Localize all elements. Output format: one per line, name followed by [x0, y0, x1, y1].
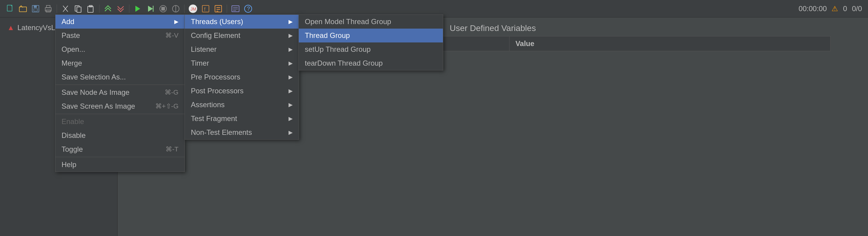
svg-rect-4 — [34, 9, 37, 11]
func-helper-button[interactable]: f — [200, 3, 211, 14]
ctx-item-save-node-image[interactable]: Save Node As Image ⌘-G — [56, 86, 185, 99]
expand-button[interactable] — [102, 3, 113, 14]
svg-rect-29 — [232, 6, 239, 12]
ctx-add-arrow: ▶ — [174, 19, 179, 25]
ctx-add-postprocessors-label: Post Processors — [191, 87, 244, 95]
col-value-header: Value — [509, 36, 830, 51]
ctx-save-screen-shortcut: ⌘+⇧-G — [155, 102, 179, 110]
toolbar-sep-4 — [184, 4, 185, 13]
ctx-add-assertions-label: Assertions — [191, 101, 225, 109]
ctx-add-test-fragment[interactable]: Test Fragment ▶ — [185, 112, 299, 126]
svg-rect-11 — [77, 7, 81, 12]
svg-rect-18 — [161, 7, 165, 10]
svg-rect-23 — [202, 5, 209, 12]
svg-text:?: ? — [247, 6, 250, 12]
ctx-thread-group-label: Thread Group — [305, 31, 350, 40]
svg-rect-3 — [34, 5, 37, 8]
ctx-toggle-shortcut: ⌘-T — [165, 145, 179, 153]
ctx-item-add[interactable]: Add ▶ — [56, 15, 185, 29]
context-menu-add: Threads (Users) ▶ Config Element ▶ Liste… — [185, 14, 299, 140]
ctx-item-merge[interactable]: Merge — [56, 56, 185, 70]
warning-icon: ⚠ — [832, 4, 838, 13]
context-menu-threads: Open Model Thread Group Thread Group set… — [299, 14, 443, 70]
ctx-postprocessors-arrow: ▶ — [288, 88, 293, 94]
new-button[interactable] — [5, 3, 16, 14]
ctx-item-paste[interactable]: Paste ⌘-V — [56, 29, 185, 42]
ctx-save-node-shortcut: ⌘-G — [165, 89, 179, 96]
ctx-add-non-test[interactable]: Non-Test Elements ▶ — [185, 126, 299, 139]
jmeter-icon: JM — [188, 3, 198, 14]
ctx-sep-3 — [56, 157, 185, 157]
ctx-config-arrow: ▶ — [288, 32, 293, 39]
save-button[interactable] — [30, 3, 41, 14]
stop-button[interactable] — [158, 3, 168, 14]
ctx-item-save-screen-image[interactable]: Save Screen As Image ⌘+⇧-G — [56, 99, 185, 113]
copy-button[interactable] — [73, 3, 84, 14]
ctx-item-toggle[interactable]: Toggle ⌘-T — [56, 142, 185, 156]
ctx-item-disable[interactable]: Disable — [56, 129, 185, 142]
ctx-preprocessors-arrow: ▶ — [288, 74, 293, 80]
ctx-sep-2 — [56, 114, 185, 114]
ctx-add-postprocessors[interactable]: Post Processors ▶ — [185, 84, 299, 98]
ctx-add-preprocessors[interactable]: Pre Processors ▶ — [185, 70, 299, 84]
jmeter-tree-icon: ▲ — [7, 24, 14, 32]
ctx-item-save-node-image-label: Save Node As Image — [62, 88, 129, 97]
ctx-thread-open-model[interactable]: Open Model Thread Group — [299, 15, 443, 29]
context-menu-main: Add ▶ Paste ⌘-V Open... Merge Save Selec… — [55, 14, 185, 172]
ctx-item-save-screen-image-label: Save Screen As Image — [62, 102, 135, 110]
run-button[interactable] — [132, 3, 143, 14]
toolbar-sep-3 — [129, 4, 129, 13]
ctx-add-timer[interactable]: Timer ▶ — [185, 56, 299, 70]
start-no-pause-button[interactable] — [145, 3, 156, 14]
warning-count: 0 — [843, 4, 847, 13]
ctx-add-config[interactable]: Config Element ▶ — [185, 29, 299, 42]
ctx-item-enable: Enable — [56, 115, 185, 129]
svg-text:JM: JM — [190, 7, 196, 11]
ctx-add-listener-label: Listener — [191, 45, 216, 54]
ctx-thread-teardown[interactable]: tearDown Thread Group — [299, 56, 443, 70]
ctx-item-save-selection-label: Save Selection As... — [62, 73, 126, 81]
ctx-timer-arrow: ▶ — [288, 60, 293, 67]
ctx-thread-teardown-label: tearDown Thread Group — [305, 59, 382, 67]
ctx-thread-setup-label: setUp Thread Group — [305, 45, 371, 54]
svg-marker-15 — [148, 6, 153, 12]
ctx-add-config-label: Config Element — [191, 31, 240, 40]
ctx-paste-shortcut: ⌘-V — [165, 32, 179, 39]
svg-rect-1 — [19, 7, 27, 12]
error-count: 0/0 — [852, 4, 862, 13]
status-bar: 00:00:00 ⚠ 0 0/0 — [799, 0, 862, 18]
ctx-item-save-selection[interactable]: Save Selection As... — [56, 70, 185, 84]
paste-button[interactable] — [85, 3, 96, 14]
shutdown-button[interactable] — [170, 3, 181, 14]
open-button[interactable] — [18, 3, 28, 14]
collapse-button[interactable] — [115, 3, 126, 14]
timer-display: 00:00:00 — [799, 4, 827, 13]
ctx-threads-arrow: ▶ — [288, 19, 293, 25]
ctx-item-help[interactable]: Help — [56, 158, 185, 172]
ctx-add-threads[interactable]: Threads (Users) ▶ — [185, 15, 299, 29]
ctx-item-toggle-label: Toggle — [62, 145, 83, 154]
print-button[interactable] — [43, 3, 54, 14]
ctx-thread-open-model-label: Open Model Thread Group — [305, 18, 391, 26]
template-button[interactable] — [213, 3, 224, 14]
toolbar-sep-5 — [227, 4, 227, 13]
ctx-non-test-arrow: ▶ — [288, 129, 293, 136]
ctx-item-add-label: Add — [62, 18, 74, 26]
ctx-thread-group[interactable]: Thread Group — [299, 29, 443, 42]
ctx-add-threads-label: Threads (Users) — [191, 18, 243, 26]
ctx-sep-1 — [56, 85, 185, 85]
log-viewer-button[interactable] — [230, 3, 241, 14]
ctx-add-assertions[interactable]: Assertions ▶ — [185, 98, 299, 112]
svg-marker-14 — [135, 6, 140, 12]
ctx-item-open[interactable]: Open... — [56, 42, 185, 56]
cut-button[interactable] — [60, 3, 71, 14]
ctx-add-listener[interactable]: Listener ▶ — [185, 42, 299, 56]
help-button[interactable]: ? — [243, 3, 253, 14]
toolbar-sep-1 — [57, 4, 57, 13]
udv-title: User Defined Variables — [450, 24, 536, 33]
ctx-item-disable-label: Disable — [62, 131, 86, 140]
ctx-assertions-arrow: ▶ — [288, 101, 293, 108]
toolbar-sep-2 — [99, 4, 99, 13]
ctx-thread-setup[interactable]: setUp Thread Group — [299, 42, 443, 56]
ctx-add-non-test-label: Non-Test Elements — [191, 128, 252, 137]
